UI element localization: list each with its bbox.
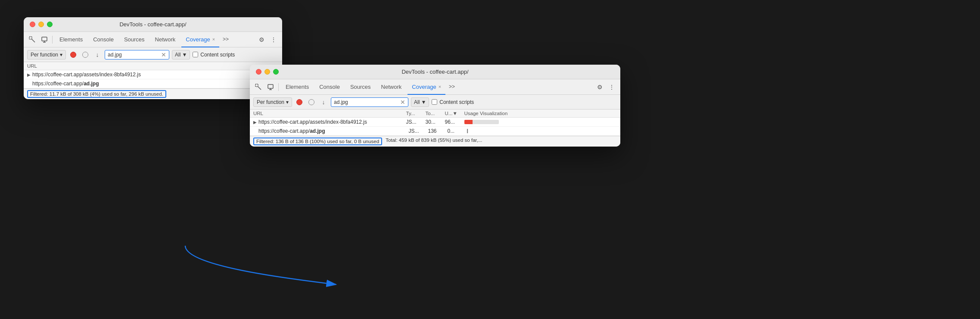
search-clear-2[interactable]: ✕ xyxy=(400,99,405,106)
separator-2 xyxy=(278,83,279,91)
row1-viz-2 xyxy=(464,120,617,124)
tab-close-2[interactable]: × xyxy=(439,84,441,89)
tab-coverage-1[interactable]: Coverage × xyxy=(181,32,219,47)
search-input-2[interactable] xyxy=(334,99,398,105)
tab-elements-1[interactable]: Elements xyxy=(55,32,87,47)
unused-col-header-2: U...▼ xyxy=(445,111,464,116)
inspect-icon-2[interactable] xyxy=(253,82,264,92)
minimize-button-2[interactable] xyxy=(264,69,270,75)
clear-button-1[interactable] xyxy=(81,50,90,59)
window-title-1: DevTools - coffee-cart.app/ xyxy=(119,21,186,28)
per-function-button-1[interactable]: Per function ▾ xyxy=(27,50,66,59)
filter-bar-1: Per function ▾ ↓ ✕ All ▼ Content scripts xyxy=(24,47,282,62)
search-input-1[interactable] xyxy=(108,52,159,58)
svg-line-7 xyxy=(258,87,261,90)
status-bar-2: Filtered: 136 B of 136 B (100%) used so … xyxy=(250,136,620,147)
total-col-header-2: To... xyxy=(426,111,445,116)
minimize-button-1[interactable] xyxy=(38,22,44,27)
clear-button-2[interactable] xyxy=(307,97,316,107)
more-icon-1[interactable]: ⋮ xyxy=(268,34,279,45)
devtools-window-2: DevTools - coffee-cart.app/ Elements Con… xyxy=(250,65,620,147)
status-total-2: Total: 459 kB of 839 kB (55%) used so fa… xyxy=(386,138,482,145)
all-dropdown-1[interactable]: All ▼ xyxy=(172,50,190,59)
content-scripts-container-2: Content scripts xyxy=(432,99,474,105)
row1-total-2: 30... xyxy=(426,119,445,125)
row2-type-2: JS... xyxy=(409,128,428,134)
row2-unused-2: 0... xyxy=(448,128,467,134)
url-col-header-2: URL xyxy=(253,111,406,116)
table-header-2: URL Ty... To... U...▼ Usage Visualizatio… xyxy=(250,109,620,118)
tab-sources-2[interactable]: Sources xyxy=(346,79,375,95)
svg-rect-2 xyxy=(42,37,47,41)
row1-url-col-2: ▶ https://coffee-cart.app/assets/index-8… xyxy=(253,119,406,125)
maximize-button-1[interactable] xyxy=(47,22,53,27)
traffic-lights-2 xyxy=(256,69,279,75)
inspect-icon[interactable] xyxy=(27,34,37,45)
more-icon-2[interactable]: ⋮ xyxy=(607,82,617,92)
table-area-2: ▶ https://coffee-cart.app/assets/index-8… xyxy=(250,118,620,136)
table-area-1: ▶ https://coffee-cart.app/assets/index-8… xyxy=(24,70,282,88)
tab-more-2[interactable]: >> xyxy=(447,79,457,95)
window-title-2: DevTools - coffee-cart.app/ xyxy=(401,69,468,75)
separator-1 xyxy=(52,36,53,44)
usage-bar-1 xyxy=(464,120,499,124)
svg-rect-6 xyxy=(255,84,258,87)
tab-more-1[interactable]: >> xyxy=(221,32,230,47)
device-icon-2[interactable] xyxy=(265,82,276,92)
tab-network-2[interactable]: Network xyxy=(377,79,406,95)
row1-type-2: JS... xyxy=(406,119,426,125)
table-header-1: URL xyxy=(24,62,282,70)
toolbar-2: Elements Console Sources Network Coverag… xyxy=(250,79,620,95)
row2-url-col-2: https://coffee-cart.app/ad.jpg xyxy=(258,128,409,134)
settings-icon-2[interactable]: ⚙ xyxy=(594,82,605,92)
url-col-header-1: URL xyxy=(27,63,279,69)
status-filtered-1: Filtered: 11.7 kB of 308 kB (4%) used so… xyxy=(27,90,166,98)
tab-sources-1[interactable]: Sources xyxy=(120,32,149,47)
table-row-2-1[interactable]: ▶ https://coffee-cart.app/assets/index-8… xyxy=(250,118,620,127)
export-button-1[interactable]: ↓ xyxy=(93,50,102,59)
titlebar-2: DevTools - coffee-cart.app/ xyxy=(250,65,620,79)
viz-col-header-2: Usage Visualization xyxy=(464,111,617,116)
tab-elements-2[interactable]: Elements xyxy=(281,79,313,95)
row2-url-1: https://coffee-cart.app/ad.jpg xyxy=(32,81,99,87)
row1-url-1: https://coffee-cart.app/assets/index-8bf… xyxy=(32,72,141,78)
record-button-1[interactable] xyxy=(68,50,78,59)
filter-bar-2: Per function ▾ ↓ ✕ All ▼ Content scripts xyxy=(250,95,620,109)
table-row-2-2[interactable]: https://coffee-cart.app/ad.jpg JS... 136… xyxy=(250,127,620,136)
devtools-window-1: DevTools - coffee-cart.app/ Elements Con… xyxy=(24,17,282,99)
content-scripts-checkbox-2[interactable] xyxy=(432,99,437,105)
svg-rect-0 xyxy=(29,37,32,39)
usage-bar-2 xyxy=(467,129,468,133)
tab-close-1[interactable]: × xyxy=(212,37,215,42)
row2-total-2: 136 xyxy=(428,128,448,134)
tab-network-1[interactable]: Network xyxy=(151,32,180,47)
titlebar-1: DevTools - coffee-cart.app/ xyxy=(24,17,282,32)
maximize-button-2[interactable] xyxy=(273,69,279,75)
search-clear-1[interactable]: ✕ xyxy=(161,51,166,58)
all-dropdown-2[interactable]: All ▼ xyxy=(411,97,429,107)
close-button-2[interactable] xyxy=(256,69,261,75)
usage-used-1 xyxy=(464,120,473,124)
content-scripts-checkbox-1[interactable] xyxy=(193,52,198,57)
tab-console-2[interactable]: Console xyxy=(315,79,344,95)
export-button-2[interactable]: ↓ xyxy=(319,97,328,107)
tree-arrow-1: ▶ xyxy=(27,72,31,77)
per-function-button-2[interactable]: Per function ▾ xyxy=(253,97,292,107)
table-row-1-2[interactable]: https://coffee-cart.app/ad.jpg xyxy=(24,79,282,88)
row2-viz-2 xyxy=(467,129,617,133)
tree-arrow-2: ▶ xyxy=(253,120,257,125)
row1-unused-2: 96... xyxy=(445,119,464,125)
tab-coverage-2[interactable]: Coverage × xyxy=(408,79,445,95)
record-button-2[interactable] xyxy=(295,97,304,107)
close-button-1[interactable] xyxy=(30,22,35,27)
content-scripts-container-1: Content scripts xyxy=(193,52,235,58)
toolbar-1: Elements Console Sources Network Coverag… xyxy=(24,32,282,47)
svg-rect-8 xyxy=(268,84,273,88)
table-row-1-1[interactable]: ▶ https://coffee-cart.app/assets/index-8… xyxy=(24,70,282,79)
settings-icon-1[interactable]: ⚙ xyxy=(256,34,267,45)
type-col-header-2: Ty... xyxy=(406,111,426,116)
tab-console-1[interactable]: Console xyxy=(89,32,118,47)
device-icon[interactable] xyxy=(39,34,50,45)
traffic-lights-1 xyxy=(30,22,53,27)
status-bar-1: Filtered: 11.7 kB of 308 kB (4%) used so… xyxy=(24,88,282,99)
